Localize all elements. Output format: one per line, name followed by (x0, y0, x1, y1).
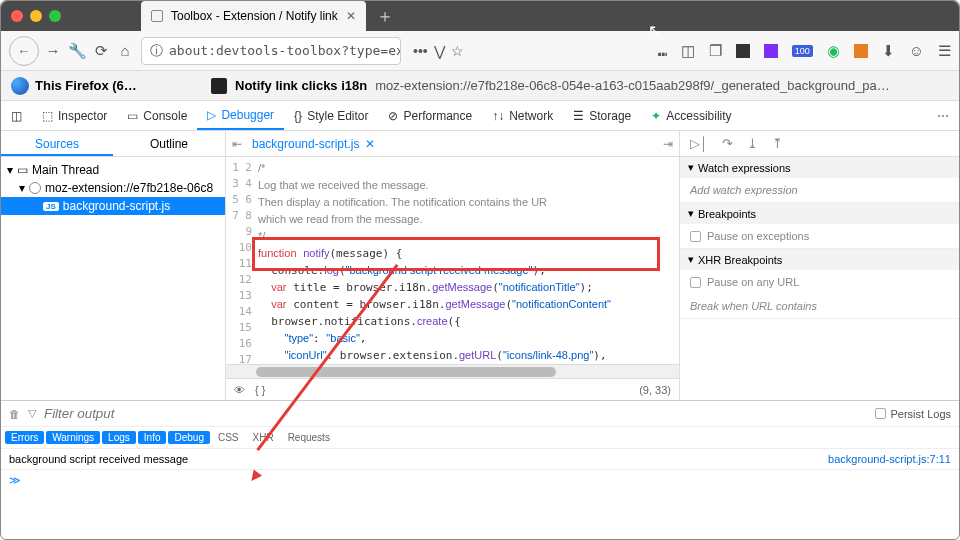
pause-exceptions[interactable]: Pause on exceptions (680, 224, 959, 248)
clear-console-icon[interactable]: 🗑 (9, 408, 20, 420)
step-out-icon[interactable]: ⤒ (772, 136, 783, 151)
tab-network[interactable]: ↑↓Network (482, 101, 563, 130)
extension-url: moz-extension://e7fb218e-06c8-054e-a163-… (375, 78, 890, 93)
devtools-more-icon[interactable]: ⋯ (927, 109, 959, 123)
origin-row[interactable]: ▾moz-extension://e7fb218e-06c8 (1, 179, 225, 197)
tab-favicon (151, 10, 163, 22)
pocket-icon[interactable]: ⋁ (434, 43, 445, 59)
outline-tab[interactable]: Outline (113, 131, 225, 156)
ext-icon-1[interactable] (736, 44, 750, 58)
tab-title: Toolbox - Extension / Notify link (171, 9, 338, 23)
back-button[interactable]: ← (9, 36, 39, 66)
minimize-window-button[interactable] (30, 10, 42, 22)
this-firefox[interactable]: This Firefox (6… (1, 77, 201, 95)
extension-header: This Firefox (6… Notify link clicks i18n… (1, 71, 959, 101)
filter-input[interactable] (44, 406, 224, 421)
address-bar[interactable]: ⓘ about:devtools-toolbox?type=exte (141, 37, 401, 65)
checkbox-icon[interactable] (690, 231, 701, 242)
debugger-sidebar: ▷│ ↷ ⤓ ⤒ ▾Watch expressions Add watch ex… (679, 131, 959, 400)
close-tab-icon[interactable]: ✕ (346, 9, 356, 23)
tab-performance[interactable]: ⊘Performance (378, 101, 482, 130)
watch-header[interactable]: ▾Watch expressions (680, 157, 959, 178)
tab-iframe-picker[interactable]: ◫ (1, 101, 32, 130)
js-badge-icon: JS (43, 202, 59, 211)
star-icon[interactable]: ☆ (451, 43, 464, 59)
forward-button[interactable]: → (43, 42, 63, 59)
container-icon[interactable]: ❐ (709, 42, 722, 60)
thread-row[interactable]: ▾▭Main Thread (1, 161, 225, 179)
new-tab-button[interactable]: ＋ (376, 4, 394, 28)
filter-xhr[interactable]: XHR (247, 431, 280, 444)
devtools-tabs: ◫ ⬚Inspector ▭Console ▷Debugger {}Style … (1, 101, 959, 131)
message-source-link[interactable]: background-script.js:7:11 (828, 453, 951, 465)
checkbox-icon[interactable] (690, 277, 701, 288)
filter-debug[interactable]: Debug (168, 431, 209, 444)
line-gutter: 1 2 3 4 5 6 7 8 9 10 11 12 13 14 15 16 1… (226, 157, 258, 364)
pause-any-url[interactable]: Pause on any URL (680, 270, 959, 294)
tab-debugger[interactable]: ▷Debugger (197, 101, 284, 130)
step-over-icon[interactable]: ↷ (722, 136, 733, 151)
collapse-pane-icon[interactable]: ⇤ (232, 137, 242, 151)
reload-button[interactable]: ⟳ (91, 42, 111, 60)
step-in-icon[interactable]: ⤓ (747, 136, 758, 151)
tab-accessibility[interactable]: ✦Accessibility (641, 101, 741, 130)
ext-icon-2[interactable] (854, 44, 868, 58)
funnel-icon[interactable]: ▽ (28, 407, 36, 420)
horizontal-scrollbar[interactable] (226, 364, 679, 378)
download-icon[interactable]: ⬇ (882, 42, 895, 60)
badge-100[interactable]: 100 (792, 45, 813, 57)
close-file-icon[interactable]: ✕ (365, 137, 375, 151)
xhr-url-input[interactable]: Break when URL contains (680, 294, 959, 318)
filter-errors[interactable]: Errors (5, 431, 44, 444)
grammarly-icon[interactable]: ◉ (827, 42, 840, 60)
home-button[interactable]: ⌂ (115, 42, 135, 59)
onenote-icon[interactable] (764, 44, 778, 58)
meatball-icon[interactable]: ••• (413, 43, 428, 59)
library-icon[interactable]: ⑉ (658, 42, 667, 59)
browser-tab[interactable]: Toolbox - Extension / Notify link ✕ (141, 1, 366, 31)
console-prompt[interactable]: ≫ (1, 469, 959, 491)
extension-puzzle-icon (211, 78, 227, 94)
expand-right-icon[interactable]: ⇥ (663, 137, 673, 151)
account-icon[interactable]: ☺ (909, 42, 924, 59)
braces-icon[interactable]: { } (255, 384, 265, 396)
console-message[interactable]: background script received message backg… (1, 449, 959, 469)
maximize-window-button[interactable] (49, 10, 61, 22)
cursor-position: (9, 33) (639, 384, 671, 396)
extension-name: Notify link clicks i18n (235, 78, 367, 93)
source-file-row[interactable]: JSbackground-script.js (1, 197, 225, 215)
tab-style-editor[interactable]: {}Style Editor (284, 101, 378, 130)
tab-inspector[interactable]: ⬚Inspector (32, 101, 117, 130)
close-window-button[interactable] (11, 10, 23, 22)
resume-icon[interactable]: ▷│ (690, 136, 708, 151)
add-watch[interactable]: Add watch expression (680, 178, 959, 202)
editor-pane: ⇤ background-script.js✕ ⇥ 1 2 3 4 5 6 7 … (226, 131, 679, 400)
traffic-lights (11, 10, 61, 22)
filter-logs[interactable]: Logs (102, 431, 136, 444)
wrench-icon[interactable]: 🔧 (67, 42, 87, 60)
url-text: about:devtools-toolbox?type=exte (169, 43, 401, 58)
filter-requests[interactable]: Requests (282, 431, 336, 444)
tab-console[interactable]: ▭Console (117, 101, 197, 130)
file-tab[interactable]: background-script.js✕ (252, 137, 375, 151)
info-icon[interactable]: ⓘ (150, 42, 163, 60)
console-pane: 🗑 ▽ Persist Logs Errors Warnings Logs In… (1, 401, 959, 496)
browser-toolbar: ← → 🔧 ⟳ ⌂ ⓘ about:devtools-toolbox?type=… (1, 31, 959, 71)
firefox-logo-icon (11, 77, 29, 95)
eye-icon[interactable]: 👁 (234, 384, 245, 396)
filter-info[interactable]: Info (138, 431, 167, 444)
filter-warnings[interactable]: Warnings (46, 431, 100, 444)
xhr-breakpoints-header[interactable]: ▾XHR Breakpoints (680, 249, 959, 270)
globe-icon (29, 182, 41, 194)
tab-storage[interactable]: ☰Storage (563, 101, 641, 130)
code-editor[interactable]: /* Log that we received the message. The… (258, 157, 679, 364)
sources-tab[interactable]: Sources (1, 131, 113, 156)
persist-logs[interactable]: Persist Logs (875, 408, 951, 420)
sources-pane: Sources Outline ▾▭Main Thread ▾moz-exten… (1, 131, 226, 400)
sidebar-icon[interactable]: ◫ (681, 42, 695, 60)
window-titlebar: Toolbox - Extension / Notify link ✕ ＋ ↖ (1, 1, 959, 31)
hamburger-icon[interactable]: ☰ (938, 42, 951, 60)
filter-css[interactable]: CSS (212, 431, 245, 444)
breakpoints-header[interactable]: ▾Breakpoints (680, 203, 959, 224)
